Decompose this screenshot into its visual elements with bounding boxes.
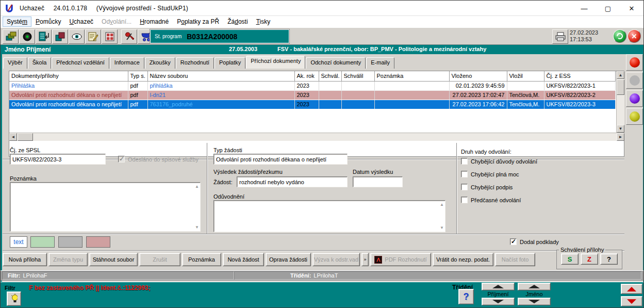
- menu-poplatky[interactable]: Poplatky za PŘ: [173, 17, 223, 26]
- scroll-thumb[interactable]: [617, 79, 624, 95]
- red-ball-icon: [630, 57, 640, 68]
- record-icon[interactable]: [19, 29, 35, 44]
- scroll-thumb[interactable]: [18, 133, 33, 141]
- table-horizontal-scrollbar[interactable]: ◄ ►: [9, 133, 624, 141]
- tab-vyber[interactable]: Výběr: [3, 57, 27, 69]
- status-ball-red-button[interactable]: [626, 54, 643, 71]
- col-dokumenty[interactable]: Dokumenty/přílohy: [9, 71, 128, 81]
- pdf-icon: ꓥ: [374, 256, 382, 264]
- col-typ[interactable]: Typ s.: [128, 71, 147, 81]
- status-ball-purple-button[interactable]: [626, 90, 643, 107]
- table-row-selected[interactable]: Odvolání proti rozhodnutí děkana o nepři…: [9, 100, 615, 109]
- tab-emaily[interactable]: E-maily: [366, 57, 394, 69]
- tab-skola[interactable]: Škola: [28, 57, 52, 69]
- lightbulb-icon[interactable]: [7, 291, 21, 306]
- cj-spsl-input[interactable]: UKFSV/822/2023-3: [10, 154, 106, 165]
- tab-zkousky[interactable]: Zkoušky: [145, 57, 175, 69]
- status-ball-olive-button[interactable]: [626, 108, 643, 125]
- col-vlozil[interactable]: Vložil: [507, 71, 544, 81]
- datum-vysledku-input[interactable]: [353, 176, 403, 187]
- table-row[interactable]: Odvolání proti rozhodnutí děkana o nepři…: [9, 90, 615, 100]
- help-button[interactable]: ?: [458, 289, 474, 304]
- scroll-left-icon[interactable]: ◄: [9, 133, 17, 141]
- tools-icon[interactable]: [121, 29, 137, 44]
- stahnout-soubor-button[interactable]: Stáhnout soubor: [89, 253, 138, 266]
- tab-rozhodnuti[interactable]: Rozhodnutí: [176, 57, 214, 69]
- copy-pages-icon[interactable]: [52, 29, 68, 44]
- nova-zadost-button[interactable]: Nová žádost: [223, 253, 264, 266]
- vratit-do-nezp-podat-button[interactable]: Vrátit do nezp. podat.: [433, 253, 493, 266]
- clock-time: 17:13:53: [570, 36, 606, 43]
- typ-zadosti-input[interactable]: Odvolání proti rozhodnutí děkana o nepři…: [213, 154, 348, 165]
- menu-zadosti[interactable]: Žádosti: [224, 17, 251, 26]
- col-schval[interactable]: Schvál.: [319, 71, 341, 81]
- table-row[interactable]: Přihláška pdf přihláška 2023 02.01.2023 …: [9, 81, 615, 90]
- checkbox-icon: [461, 158, 468, 165]
- vada-duvody-checkbox[interactable]: Chybějící důvody odvolání: [461, 158, 537, 165]
- tab-prichozi-dokumenty[interactable]: Příchozí dokumenty: [246, 56, 305, 69]
- cell-vlozeno: 27.02.2023 17:06:42: [449, 100, 507, 109]
- scroll-down-icon[interactable]: ▼: [617, 125, 624, 133]
- list-return-icon[interactable]: [36, 29, 52, 44]
- printer-icon[interactable]: [552, 29, 568, 44]
- checkbox-icon: [461, 171, 468, 177]
- olive-ball-icon: [630, 111, 640, 122]
- druh-vady-label: Druh vady odvolání:: [461, 149, 511, 155]
- sort-prijmeni-down-button[interactable]: [482, 298, 515, 305]
- menu-tisky[interactable]: Tisky: [253, 17, 274, 26]
- approve-question-button[interactable]: ?: [600, 253, 618, 265]
- scroll-up-icon[interactable]: ▲: [617, 71, 624, 79]
- student-bar: Jméno Příjmení 27.05.2003 FSV - bakalářs…: [1, 45, 643, 54]
- eye-icon[interactable]: [69, 29, 85, 44]
- notepad-edit-icon[interactable]: [85, 29, 101, 44]
- vada-predcasne-checkbox[interactable]: Předčasné odvolání: [461, 197, 521, 203]
- record-next-button[interactable]: [621, 296, 642, 306]
- record-prev-button[interactable]: [621, 284, 642, 294]
- poznamka-textarea[interactable]: ▲▼: [10, 182, 201, 232]
- col-vlozeno[interactable]: Vloženo: [449, 71, 507, 81]
- menu-system[interactable]: Systém: [3, 17, 31, 26]
- refresh-green-icon[interactable]: [613, 29, 626, 43]
- approve-s-button[interactable]: S: [561, 253, 579, 265]
- scroll-right-icon[interactable]: ►: [617, 133, 624, 141]
- oduvodneni-textarea[interactable]: ▲▼: [213, 200, 445, 232]
- st-program-field[interactable]: St. program B0312A200008: [150, 29, 289, 43]
- col-nazev[interactable]: Název souboru: [147, 71, 294, 81]
- nova-priloha-button[interactable]: Nová příloha: [3, 253, 47, 266]
- close-button[interactable]: ✕: [620, 1, 643, 16]
- sort-prijmeni-up-button[interactable]: [482, 283, 515, 290]
- menu-uchazec[interactable]: Uchazeč: [65, 17, 97, 26]
- checkbox-icon: [510, 238, 517, 245]
- vada-plna-moc-checkbox[interactable]: Chybějící plná moc: [461, 171, 519, 177]
- cell-poznamka: [374, 90, 449, 100]
- menu-pomucky[interactable]: Pomůcky: [32, 17, 64, 26]
- tab-predchozi-vzdelani[interactable]: Předchozí vzdělání: [52, 57, 109, 69]
- sort-jmeno-down-button[interactable]: [518, 298, 551, 305]
- tab-poplatky[interactable]: Poplatky: [214, 57, 245, 69]
- cards-stack-icon[interactable]: [3, 29, 19, 44]
- zadost-input[interactable]: rozhodnutí nebylo vydáno: [237, 176, 348, 187]
- poznamka-button[interactable]: Poznámka: [182, 253, 221, 266]
- menu-hromadne[interactable]: Hromadné: [136, 17, 172, 26]
- tab-informace[interactable]: Informace: [110, 57, 144, 69]
- minimize-button[interactable]: —: [572, 1, 596, 16]
- close-red-icon[interactable]: ✕: [628, 29, 641, 43]
- col-poznamka[interactable]: Poznámka: [374, 71, 449, 81]
- odeslano-checkbox[interactable]: Odesláno do spisové služby: [118, 156, 199, 163]
- oprava-zadosti-button[interactable]: Oprava žádosti: [266, 253, 311, 266]
- vyzva-more-button[interactable]: »: [361, 253, 369, 266]
- checkbox-icon: [118, 156, 125, 163]
- status-ball-gray-button[interactable]: [626, 72, 643, 89]
- vada-podpis-checkbox[interactable]: Chybějící podpis: [461, 184, 513, 190]
- dodal-podklady-checkbox[interactable]: Dodal podklady: [510, 238, 559, 245]
- tab-odchozi-dokumenty[interactable]: Odchozí dokumenty: [306, 57, 366, 69]
- col-schvalil[interactable]: Schválil: [341, 71, 374, 81]
- table-vertical-scrollbar[interactable]: ▲ ▼: [616, 71, 624, 133]
- maximize-button[interactable]: ▢: [596, 1, 620, 16]
- col-rok[interactable]: Ak. rok: [294, 71, 319, 81]
- approve-z-button[interactable]: Z: [581, 253, 598, 265]
- sort-jmeno-up-button[interactable]: [518, 283, 551, 290]
- status-bar: Filtr:LPrilohaF Třídění:LPrilohaT: [1, 270, 643, 281]
- window-grid-icon[interactable]: [102, 29, 118, 44]
- col-cj-ess[interactable]: Čj. z ESS: [544, 71, 615, 81]
